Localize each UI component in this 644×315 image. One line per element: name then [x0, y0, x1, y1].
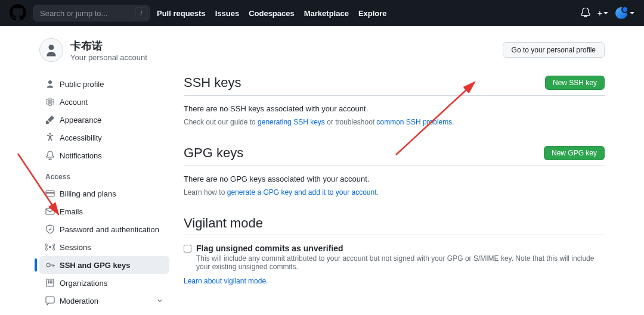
common-ssh-problems-link[interactable]: common SSH problems	[377, 118, 453, 126]
vigilant-mode-section: Vigilant mode Flag unsigned commits as u…	[184, 216, 605, 285]
svg-point-4	[47, 263, 50, 267]
sidebar-item-label: Organizations	[60, 279, 107, 288]
shield-icon	[45, 224, 55, 234]
sidebar-item-accessibility[interactable]: Accessibility	[39, 129, 169, 146]
search-input[interactable]	[33, 5, 150, 21]
sidebar-item-emails[interactable]: Emails	[39, 202, 169, 220]
sidebar-item-sessions[interactable]: Sessions	[39, 238, 169, 256]
sidebar-item-public-profile[interactable]: Public profile	[39, 75, 169, 93]
nav-marketplace[interactable]: Marketplace	[304, 9, 349, 18]
generating-ssh-keys-link[interactable]: generating SSH keys	[258, 118, 325, 126]
gpg-learn-text: Learn how to generate a GPG key and add …	[184, 188, 605, 197]
vigilant-heading: Vigilant mode	[184, 216, 605, 235]
gpg-keys-section: GPG keys New GPG key There are no GPG ke…	[184, 145, 605, 197]
flag-unsigned-label: Flag unsigned commits as unverified	[196, 244, 605, 253]
flag-unsigned-checkbox[interactable]	[184, 245, 191, 252]
nav-explore[interactable]: Explore	[358, 9, 387, 18]
org-icon	[45, 278, 55, 288]
global-header: / Pull requests Issues Codespaces Market…	[0, 0, 644, 26]
sidebar-item-password-and-authentication[interactable]: Password and authentication	[39, 220, 169, 238]
sidebar-item-label: Notifications	[60, 151, 102, 160]
ssh-guide-text: Check out our guide to generating SSH ke…	[184, 118, 605, 126]
svg-rect-6	[48, 280, 49, 282]
flag-unsigned-description: This will include any commit attributed …	[196, 254, 605, 271]
sidebar-section-code: Code, planning, and automation	[39, 310, 169, 315]
sidebar-item-label: Accessibility	[60, 133, 102, 142]
ssh-keys-section: SSH keys New SSH key There are no SSH ke…	[184, 75, 605, 126]
mail-icon	[45, 207, 55, 216]
notifications-icon[interactable]	[581, 8, 590, 19]
key-icon	[45, 260, 55, 270]
nav-issues[interactable]: Issues	[215, 9, 239, 18]
sidebar-item-moderation[interactable]: Moderation	[39, 292, 169, 310]
svg-rect-1	[46, 192, 54, 194]
svg-rect-11	[51, 282, 52, 283]
learn-vigilant-mode-link[interactable]: Learn about vigilant mode.	[184, 277, 268, 285]
svg-rect-10	[49, 282, 51, 283]
new-gpg-key-button[interactable]: New GPG key	[544, 146, 605, 160]
gpg-empty-text: There are no GPG keys associated with yo…	[184, 174, 605, 183]
chevron-down-icon	[156, 297, 163, 304]
sidebar-item-appearance[interactable]: Appearance	[39, 111, 169, 129]
sidebar-item-label: Password and authentication	[60, 225, 159, 234]
svg-rect-9	[48, 282, 49, 283]
sidebar-item-label: Sessions	[60, 243, 91, 252]
sidebar-item-label: Account	[60, 98, 88, 107]
sidebar-item-label: SSH and GPG keys	[60, 261, 131, 270]
sidebar-item-ssh-and-gpg-keys[interactable]: SSH and GPG keys	[39, 256, 169, 274]
svg-rect-7	[49, 280, 51, 282]
svg-rect-8	[51, 280, 52, 282]
github-logo[interactable]	[10, 4, 26, 23]
generate-gpg-key-link[interactable]: generate a GPG key and add it to your ac…	[227, 188, 377, 197]
sidebar-item-label: Emails	[60, 207, 83, 216]
sidebar-item-organizations[interactable]: Organizations	[39, 274, 169, 292]
profile-name: 卡布诺	[70, 39, 147, 53]
sidebar-item-label: Public profile	[60, 80, 104, 89]
person-icon	[45, 79, 55, 89]
sidebar-item-label: Moderation	[60, 297, 98, 305]
go-to-profile-button[interactable]: Go to your personal profile	[503, 42, 605, 58]
gpg-heading: GPG keys	[184, 145, 243, 161]
sidebar-item-label: Billing and plans	[60, 189, 116, 198]
svg-point-3	[49, 246, 51, 248]
profile-subtitle: Your personal account	[70, 53, 147, 62]
bell-icon	[45, 151, 55, 160]
header-actions: +	[581, 7, 634, 19]
credit-icon	[45, 189, 55, 198]
settings-profile-header: 卡布诺 Your personal account Go to your per…	[30, 26, 614, 66]
accessibility-icon	[45, 133, 55, 142]
sidebar-section-access: Access	[39, 164, 169, 185]
sidebar-item-notifications[interactable]: Notifications	[39, 146, 169, 164]
create-new-dropdown[interactable]: +	[597, 8, 608, 18]
broadcast-icon	[45, 242, 55, 252]
new-ssh-key-button[interactable]: New SSH key	[545, 76, 605, 90]
settings-main: SSH keys New SSH key There are no SSH ke…	[184, 75, 605, 315]
gear-icon	[45, 97, 55, 107]
nav-codespaces[interactable]: Codespaces	[249, 9, 295, 18]
sidebar-item-account[interactable]: Account	[39, 93, 169, 111]
profile-avatar	[39, 38, 63, 62]
user-avatar-icon	[615, 7, 627, 19]
slash-key-hint: /	[135, 7, 147, 19]
user-menu[interactable]	[615, 7, 634, 19]
primary-nav: Pull requests Issues Codespaces Marketpl…	[157, 9, 387, 18]
search-container: /	[33, 5, 150, 21]
settings-sidebar: Public profileAccountAppearanceAccessibi…	[39, 75, 169, 315]
nav-pull-requests[interactable]: Pull requests	[157, 9, 206, 18]
sidebar-item-label: Appearance	[60, 116, 101, 124]
paintbrush-icon	[45, 115, 55, 124]
comment-icon	[45, 296, 55, 305]
svg-rect-2	[46, 208, 54, 214]
sidebar-item-billing-and-plans[interactable]: Billing and plans	[39, 185, 169, 202]
ssh-heading: SSH keys	[184, 75, 242, 91]
ssh-empty-text: There are no SSH keys associated with yo…	[184, 104, 605, 113]
